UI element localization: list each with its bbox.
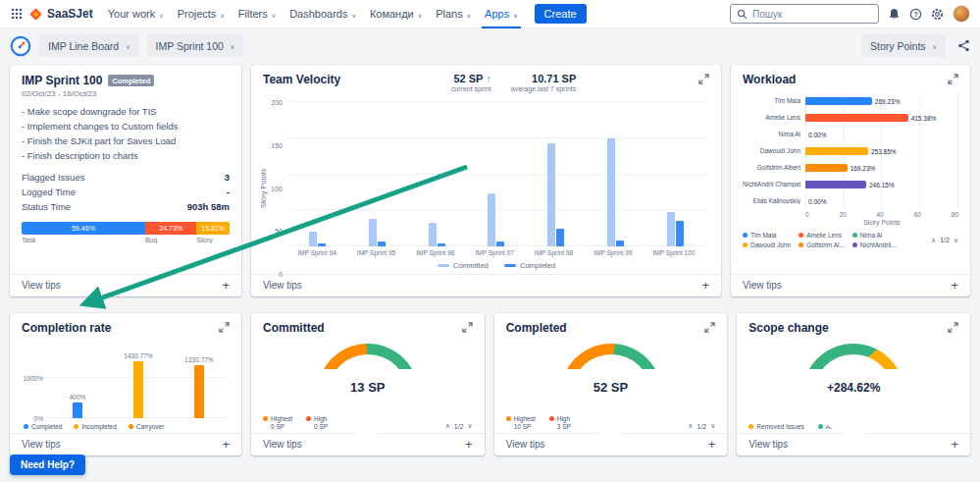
- y-tick-label: 0: [279, 271, 283, 278]
- menu-item-команди[interactable]: Команди∨: [363, 0, 429, 28]
- toolbar-right-cluster: Story Points ∨: [861, 34, 970, 57]
- pager-up-icon[interactable]: ∧: [445, 422, 450, 430]
- legend-label: Completed: [520, 261, 555, 270]
- legend-item[interactable]: Incompleted: [74, 423, 116, 430]
- x-tick-label: IMP Sprint 100: [653, 249, 696, 256]
- pager-up-icon[interactable]: ∧: [931, 237, 936, 244]
- view-tips-link[interactable]: View tips: [748, 439, 788, 450]
- legend-item[interactable]: Highest10 SP: [506, 415, 536, 430]
- brand-logo[interactable]: SaaSJet: [29, 7, 93, 21]
- legend-pager: ∧ 1/2 ∨: [688, 422, 715, 430]
- menu-item-label: Your work: [108, 8, 156, 20]
- user-avatar[interactable]: [953, 5, 970, 23]
- view-tips-link[interactable]: View tips: [743, 280, 782, 291]
- pager-up-icon[interactable]: ∧: [688, 422, 693, 430]
- x-tick-label: 40: [877, 211, 884, 218]
- workload-row: Amelie Lens415.38%: [743, 109, 958, 126]
- menu-item-apps[interactable]: Apps∨: [478, 0, 524, 28]
- legend-item[interactable]: Committed: [438, 261, 489, 270]
- add-icon[interactable]: +: [951, 281, 958, 291]
- expand-icon[interactable]: [698, 73, 709, 84]
- view-tips-link[interactable]: View tips: [263, 280, 302, 291]
- legend-item[interactable]: Golfstrim Al...: [799, 241, 845, 248]
- menu-item-plans[interactable]: Plans∨: [429, 0, 478, 28]
- add-icon[interactable]: +: [951, 440, 958, 450]
- y-tick-label: 100: [271, 185, 283, 191]
- add-icon[interactable]: +: [465, 440, 473, 450]
- pager-count: 1/2: [696, 423, 706, 430]
- workload-track: 415.38%: [805, 109, 958, 126]
- need-help-button[interactable]: Need Help?: [10, 455, 85, 475]
- menu-item-projects[interactable]: Projects∨: [171, 0, 232, 28]
- sprint-select[interactable]: IMP Sprint 100 ∨: [147, 34, 244, 57]
- view-tips-link[interactable]: View tips: [22, 439, 61, 450]
- pager-down-icon[interactable]: ∨: [468, 422, 473, 430]
- metric-select[interactable]: Story Points ∨: [861, 34, 946, 57]
- view-tips-link[interactable]: View tips: [263, 439, 302, 450]
- workload-bar: [805, 147, 868, 155]
- x-tick-label: IMP Sprint 96: [416, 249, 454, 256]
- card-footer: View tips +: [251, 274, 721, 296]
- issue-type-segment: 24.73%: [145, 222, 196, 235]
- workload-value-label: 415.38%: [911, 114, 937, 121]
- gauge-value: 13 SP: [317, 380, 419, 395]
- workload-value-label: 169.23%: [851, 164, 876, 171]
- settings-gear-icon[interactable]: [931, 8, 944, 21]
- legend-item[interactable]: Completed: [504, 261, 555, 270]
- legend-item[interactable]: High3 SP: [549, 415, 571, 430]
- expand-icon[interactable]: [948, 73, 958, 84]
- pager-count: 1/2: [454, 423, 464, 430]
- legend-item[interactable]: Dawoudi John: [743, 241, 791, 248]
- legend-item[interactable]: Removed Issues: [748, 423, 803, 430]
- workload-chart: Tim Maia269.23%Amelie Lens415.38%Nima Al…: [731, 88, 970, 274]
- help-icon[interactable]: ?: [909, 8, 922, 21]
- create-button[interactable]: Create: [535, 4, 587, 24]
- add-icon[interactable]: +: [222, 281, 230, 291]
- view-tips-link[interactable]: View tips: [506, 439, 545, 450]
- legend-item[interactable]: Completed: [24, 423, 62, 430]
- legend-item[interactable]: Nima Al: [852, 232, 897, 239]
- velocity-bar-group: [547, 102, 564, 246]
- legend-item[interactable]: Amelie Lens: [799, 232, 845, 239]
- legend-item[interactable]: Carryover: [129, 423, 165, 430]
- x-axis-label: Story Points: [805, 219, 958, 226]
- expand-icon[interactable]: [704, 321, 715, 333]
- legend-pager: ∧ 1/2 ∨: [445, 422, 473, 430]
- workload-row: Golfstrim Albert169.23%: [743, 159, 958, 176]
- expand-icon[interactable]: [462, 321, 473, 333]
- pager-down-icon[interactable]: ∨: [954, 237, 958, 244]
- legend-label: Nima Al: [860, 232, 882, 239]
- average-caption: average last 7 sprints: [511, 85, 577, 92]
- legend-item[interactable]: NichtAndrii...: [852, 241, 897, 248]
- share-icon[interactable]: [957, 39, 970, 52]
- metric-select-value: Story Points: [870, 40, 926, 52]
- sprint-card-title: IMP Sprint 100: [22, 74, 102, 87]
- add-icon[interactable]: +: [701, 281, 709, 291]
- board-select[interactable]: IMP Line Board ∨: [39, 34, 139, 57]
- chevron-down-icon: ∨: [467, 10, 471, 19]
- top-navigation: SaaSJet Your work∨Projects∨Filters∨Dashb…: [0, 0, 980, 28]
- pager-down-icon[interactable]: ∨: [710, 422, 715, 430]
- menu-item-filters[interactable]: Filters∨: [232, 0, 283, 28]
- stat-value: 3: [225, 171, 230, 186]
- x-tick-label: 20: [839, 211, 846, 218]
- menu-item-your-work[interactable]: Your work∨: [101, 0, 171, 28]
- legend-item-top: Removed Issues: [748, 423, 803, 430]
- velocity-bar: [547, 143, 555, 246]
- card-title: Team Velocity: [263, 73, 340, 86]
- y-tick-label: 200: [271, 99, 283, 106]
- notifications-bell-icon[interactable]: [888, 8, 901, 21]
- expand-icon[interactable]: [219, 321, 230, 333]
- add-icon[interactable]: +: [222, 440, 230, 450]
- expand-icon[interactable]: [948, 321, 958, 333]
- search-box[interactable]: [730, 4, 879, 24]
- search-input[interactable]: [752, 9, 872, 20]
- legend-item[interactable]: High0 SP: [306, 415, 328, 430]
- menu-item-dashboards[interactable]: Dashboards∨: [283, 0, 363, 28]
- legend-item[interactable]: Tim Maia: [743, 232, 791, 239]
- view-tips-link[interactable]: View tips: [22, 280, 61, 291]
- app-switcher-icon[interactable]: [10, 7, 24, 21]
- legend-item[interactable]: Highest0 SP: [263, 415, 292, 430]
- add-icon[interactable]: +: [708, 440, 716, 450]
- workload-track: 253.85%: [805, 142, 958, 159]
